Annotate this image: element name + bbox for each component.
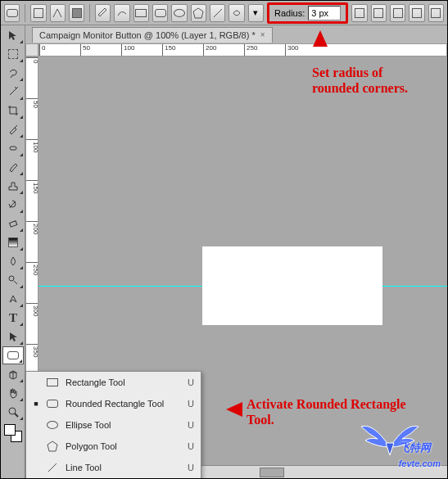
rectangle-shape-icon[interactable] <box>133 4 149 22</box>
crop-tool[interactable] <box>2 102 24 120</box>
polygon-shape-icon[interactable] <box>191 4 206 22</box>
close-icon[interactable]: × <box>260 30 265 39</box>
annotation-radius: Set radius of rounded corners. <box>312 65 408 96</box>
radius-label: Radius: <box>274 8 305 18</box>
svg-line-1 <box>214 9 222 17</box>
custom-shape-icon[interactable] <box>229 4 244 22</box>
flyout-shortcut: U <box>188 399 194 409</box>
radius-input[interactable] <box>308 6 341 20</box>
ruler-tick: 0 <box>26 57 38 63</box>
ruler-origin[interactable] <box>25 43 38 56</box>
ruler-tick: 250 <box>244 44 257 56</box>
flyout-shortcut: U <box>188 463 194 472</box>
flyout-label: Rectangle Tool <box>66 377 181 387</box>
document-tab-title: Campaign Monitor Button @ 100% (Layer 1,… <box>39 30 256 40</box>
ruler-tick: 150 <box>26 180 38 193</box>
svg-rect-3 <box>10 221 17 227</box>
ruler-tick: 100 <box>26 139 38 152</box>
document-tab[interactable]: Campaign Monitor Button @ 100% (Layer 1,… <box>32 27 273 43</box>
ellipse-icon <box>46 418 59 432</box>
line-icon <box>46 461 59 474</box>
selected-marker: ■ <box>33 400 39 408</box>
flyout-item-rrect[interactable]: ■Rounded Rectangle ToolU <box>26 393 201 414</box>
document-tab-strip: Campaign Monitor Button @ 100% (Layer 1,… <box>25 25 447 43</box>
pen-tool[interactable] <box>2 290 24 308</box>
svg-rect-2 <box>10 147 16 150</box>
dodge-tool[interactable] <box>2 271 24 289</box>
combine-exclude-icon[interactable] <box>428 4 444 22</box>
shape-tool[interactable] <box>2 346 24 364</box>
rounded-rectangle-shape-icon[interactable] <box>152 4 168 22</box>
svg-marker-8 <box>48 441 57 451</box>
options-bar: ▾ Radius: <box>1 1 447 25</box>
polygon-icon <box>46 440 59 453</box>
svg-marker-0 <box>193 8 203 18</box>
type-tool[interactable]: T <box>2 309 24 327</box>
ruler-tick: 200 <box>203 44 216 56</box>
toolbox: T <box>1 25 25 478</box>
tool-preset-picker[interactable] <box>4 4 20 22</box>
flyout-item-line[interactable]: Line ToolU <box>26 457 201 478</box>
rect-icon <box>46 376 59 389</box>
combine-subtract-icon[interactable] <box>390 4 405 22</box>
flyout-item-ellipse[interactable]: Ellipse ToolU <box>26 414 201 436</box>
watermark-text: 飞特网 fevte.com <box>399 440 441 470</box>
radius-field-highlight: Radius: <box>267 2 348 24</box>
heal-tool[interactable] <box>2 139 24 157</box>
ruler-tick: 50 <box>26 98 38 108</box>
flyout-label: Line Tool <box>66 463 181 472</box>
ruler-tick: 200 <box>26 221 38 234</box>
geometry-dropdown-icon[interactable]: ▾ <box>248 4 264 22</box>
flyout-item-rect[interactable]: Rectangle ToolU <box>26 372 201 393</box>
line-shape-icon[interactable] <box>210 4 225 22</box>
horizontal-ruler[interactable]: 050100150200250300 <box>38 43 447 56</box>
3d-tool[interactable] <box>2 365 24 383</box>
combine-intersect-icon[interactable] <box>409 4 424 22</box>
scrollbar-thumb[interactable] <box>260 468 284 477</box>
flyout-shortcut: U <box>188 377 194 387</box>
marquee-tool[interactable] <box>2 45 24 63</box>
ellipse-shape-icon[interactable] <box>171 4 187 22</box>
hand-tool[interactable] <box>2 384 24 402</box>
flyout-label: Rounded Rectangle Tool <box>66 399 181 409</box>
svg-line-7 <box>15 413 18 417</box>
arrow-left-icon <box>226 402 242 417</box>
ruler-tick: 50 <box>80 44 90 56</box>
move-tool[interactable] <box>2 26 24 44</box>
freeform-pen-icon[interactable] <box>114 4 129 22</box>
stamp-tool[interactable] <box>2 177 24 195</box>
svg-point-4 <box>9 276 14 281</box>
shape-layers-mode[interactable] <box>30 4 46 22</box>
canvas[interactable] <box>202 246 382 325</box>
shape-tool-flyout: Rectangle ToolU■Rounded Rectangle ToolUE… <box>25 371 201 479</box>
combine-add-icon[interactable] <box>371 4 387 22</box>
foreground-color-swatch[interactable] <box>4 424 16 436</box>
brush-tool[interactable] <box>2 158 24 176</box>
pen-icon[interactable] <box>95 4 111 22</box>
ruler-tick: 0 <box>39 44 45 56</box>
svg-point-6 <box>9 408 16 414</box>
combine-new-icon[interactable] <box>351 4 367 22</box>
ruler-tick: 100 <box>121 44 134 56</box>
arrow-up-icon <box>313 30 328 47</box>
eyedropper-tool[interactable] <box>2 120 24 138</box>
paths-mode[interactable] <box>50 4 66 22</box>
ruler-tick: 350 <box>26 344 38 357</box>
flyout-shortcut: U <box>188 441 194 451</box>
lasso-tool[interactable] <box>2 64 24 82</box>
eraser-tool[interactable] <box>2 215 24 233</box>
zoom-tool[interactable] <box>2 403 24 421</box>
flyout-shortcut: U <box>188 420 194 430</box>
ruler-tick: 250 <box>26 262 38 275</box>
fill-pixels-mode[interactable] <box>69 4 84 22</box>
gradient-tool[interactable] <box>2 233 24 251</box>
flyout-item-polygon[interactable]: Polygon ToolU <box>26 436 201 457</box>
wand-tool[interactable] <box>2 83 24 101</box>
flyout-label: Ellipse Tool <box>66 420 181 430</box>
blur-tool[interactable] <box>2 252 24 270</box>
ruler-tick: 150 <box>162 44 175 56</box>
color-swatches[interactable] <box>4 424 22 442</box>
history-brush-tool[interactable] <box>2 196 24 214</box>
path-select-tool[interactable] <box>2 328 24 346</box>
ruler-tick: 300 <box>285 44 298 56</box>
